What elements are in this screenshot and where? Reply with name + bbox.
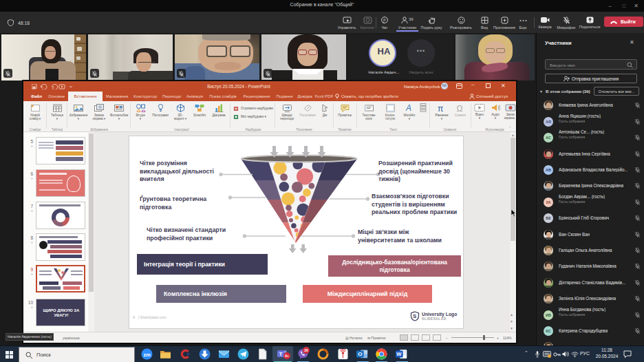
svg-text:W: W (396, 351, 402, 357)
svg-text:S: S (413, 313, 417, 319)
svg-text:π: π (438, 104, 443, 114)
svg-text:Ω: Ω (457, 104, 463, 114)
svg-text:zm: zm (144, 352, 151, 358)
svg-text:T: T (279, 351, 283, 357)
svg-text:39: 39 (409, 17, 414, 21)
svg-text:O: O (358, 351, 362, 357)
svg-text:A: A (405, 103, 411, 113)
